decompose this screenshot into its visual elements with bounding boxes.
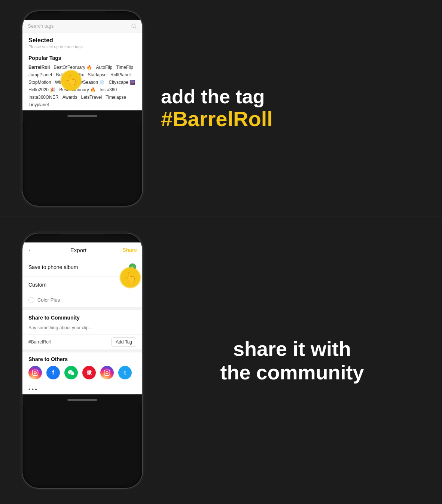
section-bottom: ← Export Share Save to phone album ✓ Cus… — [0, 217, 442, 504]
home-indicator — [67, 115, 97, 117]
phone-bottom-bar-top — [22, 110, 142, 122]
tag-starlapse[interactable]: Starlapse — [88, 72, 107, 77]
social-icons-row: f 微 t — [28, 366, 136, 382]
add-tag-button[interactable]: Add Tag — [112, 337, 136, 346]
svg-rect-5 — [104, 370, 110, 375]
search-icon — [131, 23, 137, 29]
tag-autoflip[interactable]: AutoFlip — [96, 65, 112, 70]
color-plus-label: Color Plus — [37, 297, 60, 303]
selected-section: Selected Please select up to three tags — [22, 33, 142, 52]
svg-line-1 — [135, 27, 136, 28]
tag-rollplanet[interactable]: RollPlanet — [110, 72, 131, 77]
export-title: Export — [70, 247, 86, 253]
share-community-title: Share to Community — [28, 315, 136, 321]
tag-insta360[interactable]: Insta360 — [100, 87, 117, 92]
svg-point-0 — [132, 24, 135, 27]
tag-letstravel[interactable]: LetsTravel — [81, 95, 102, 100]
save-album-row[interactable]: Save to phone album ✓ — [22, 258, 142, 277]
svg-rect-2 — [33, 370, 38, 375]
bottom-text-line2: the community — [161, 361, 423, 384]
popular-tags-section: Popular Tags BarrelRoll BestOfFebruary 🔥… — [22, 52, 142, 110]
phone-notch — [60, 11, 105, 20]
twitter-icon[interactable]: t — [118, 366, 132, 379]
phone-screen-bottom: ← Export Share Save to phone album ✓ Cus… — [22, 242, 142, 394]
custom-row[interactable]: Custom › — [22, 277, 142, 293]
svg-point-7 — [109, 370, 109, 371]
phone-bottom: ← Export Share Save to phone album ✓ Cus… — [22, 233, 142, 488]
svg-point-4 — [37, 370, 37, 371]
top-text-line1: add the tag — [161, 86, 423, 107]
svg-point-3 — [34, 372, 36, 374]
custom-label: Custom — [28, 282, 46, 288]
search-bar[interactable]: Search tags — [22, 20, 142, 33]
color-plus-checkbox[interactable] — [28, 297, 34, 303]
back-button[interactable]: ← — [28, 246, 34, 254]
tag-chip: #BarrelRoll — [28, 339, 51, 345]
tag-cityscape[interactable]: Cityscape 🌆 — [109, 80, 135, 85]
side-button-right-b — [142, 278, 144, 297]
tag-jumpplanet[interactable]: JumpPlanet — [28, 72, 52, 77]
text-area-top: add the tag #BarrelRoll — [142, 71, 442, 146]
share-community-section: Share to Community — [22, 310, 142, 334]
tag-timeflip[interactable]: TimeFlip — [116, 65, 133, 70]
tag-tinyplanet[interactable]: Tinyplanet — [28, 102, 49, 107]
tag-insta360oner[interactable]: Insta360ONER — [28, 95, 59, 100]
share-others-section: Share to Others f 微 t — [22, 352, 142, 385]
tag-bestofjanuary[interactable]: BestOfJanuary 🔥 — [59, 87, 96, 92]
divider2 — [22, 349, 142, 352]
share-text-input[interactable] — [28, 324, 136, 332]
export-header: ← Export Share — [22, 242, 142, 258]
home-indicator-bottom — [67, 399, 97, 401]
color-plus-row[interactable]: Color Plus — [22, 293, 142, 307]
phone-screen-top: Search tags Selected Please select up to… — [22, 20, 142, 110]
phone-frame-top: Search tags Selected Please select up to… — [22, 11, 142, 206]
three-dots: ••• — [22, 385, 142, 394]
phone-bottom-bar-bottom — [22, 394, 142, 406]
svg-point-6 — [106, 372, 108, 374]
section-top: Search tags Selected Please select up to… — [0, 0, 442, 217]
selected-subtitle: Please select up to three tags — [28, 45, 136, 49]
popular-tags-title: Popular Tags — [28, 55, 136, 61]
tag-timelapse[interactable]: Timelapse — [106, 95, 126, 100]
phone-top: Search tags Selected Please select up to… — [22, 11, 142, 206]
tag-bullettimemix[interactable]: BulletTimeMix — [56, 72, 84, 77]
share-others-title: Share to Others — [28, 356, 136, 362]
bottom-text-line1: share it with — [161, 337, 423, 360]
tags-grid: BarrelRoll BestOfFebruary 🔥 AutoFlip Tim… — [28, 65, 136, 107]
instagram-icon[interactable] — [28, 366, 42, 379]
selected-title: Selected — [28, 37, 136, 44]
instagram2-icon[interactable] — [100, 366, 114, 379]
top-text-line2: #BarrelRoll — [161, 107, 423, 131]
phone-notch-bottom — [60, 233, 105, 242]
search-input[interactable]: Search tags — [28, 23, 131, 29]
tag-snowseason[interactable]: SnowSeason ❄️ — [71, 80, 105, 85]
weibo-icon[interactable]: 微 — [82, 366, 96, 379]
tag-bestoffebruary[interactable]: BestOfFebruary 🔥 — [54, 65, 92, 70]
tag-stopmotion[interactable]: StopMotion — [28, 80, 51, 85]
arrow-icon: › — [134, 282, 136, 288]
side-button-right — [142, 56, 144, 75]
save-album-label: Save to phone album — [28, 264, 78, 270]
share-button[interactable]: Share — [122, 247, 137, 253]
tag-awards[interactable]: Awards — [63, 95, 77, 100]
phone-frame-bottom: ← Export Share Save to phone album ✓ Cus… — [22, 233, 142, 488]
facebook-icon[interactable]: f — [46, 366, 60, 379]
check-icon: ✓ — [129, 263, 136, 271]
tag-hello2020[interactable]: Hello2020 🎉 — [28, 87, 55, 92]
tag-winter[interactable]: Winter — [55, 80, 68, 85]
tag-barrelroll[interactable]: BarrelRoll — [28, 65, 50, 70]
wechat-icon[interactable] — [64, 366, 78, 379]
text-area-bottom: share it with the community — [142, 322, 442, 398]
divider1 — [22, 307, 142, 310]
tag-bar: #BarrelRoll Add Tag — [22, 334, 142, 349]
